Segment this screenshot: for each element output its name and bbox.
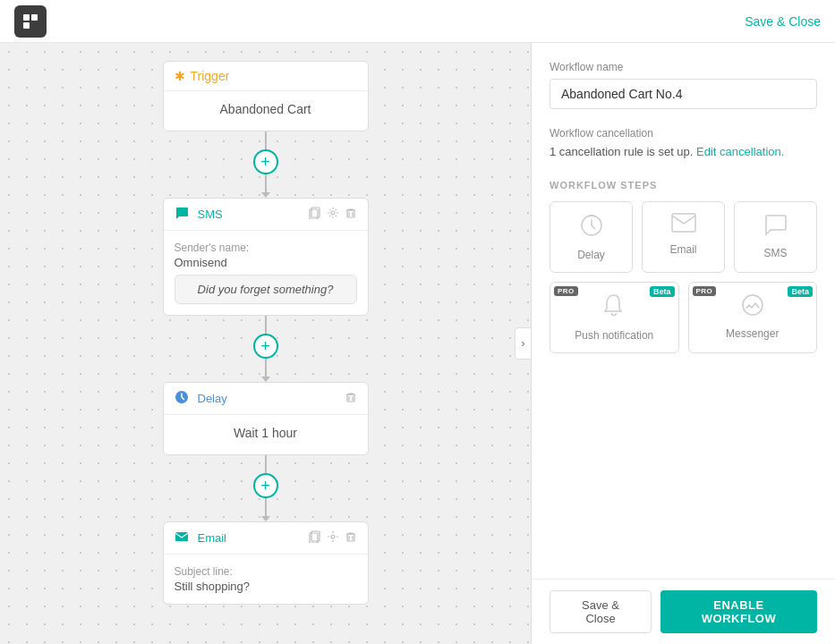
trigger-node-body: Abandoned Cart [164,91,368,131]
delay-node: Delay Wait 1 hour [163,382,369,455]
sms-header-label: SMS [198,208,223,221]
sms-node-body: Sender's name: Omnisend Did you forget s… [164,231,368,315]
workflow-steps-label: WORKFLOW STEPS [550,180,817,191]
cancellation-section: Workflow cancellation 1 cancellation rul… [550,127,817,158]
trigger-node: ✱ Trigger Abandoned Cart [163,61,369,131]
email-node: Email Subject line: [163,521,369,605]
edit-cancellation-link[interactable]: Edit cancellation. [696,145,784,158]
workflow-name-label: Workflow name [550,61,817,73]
sms-step-label: SMS [763,247,787,259]
enable-workflow-button[interactable]: ENABLE WORKFLOW [660,590,817,633]
messenger-beta-badge: Beta [788,286,813,297]
canvas-toggle-button[interactable]: › [515,327,531,360]
main-content: › ✱ Trigger Abandoned Cart + [0,43,835,644]
svg-rect-0 [23,14,30,21]
trigger-body-label: Abandoned Cart [175,102,357,116]
sms-settings-icon[interactable] [327,207,339,222]
delay-actions [345,391,357,406]
sms-step-icon [764,213,788,242]
delay-body-label: Wait 1 hour [175,426,357,440]
email-delete-icon[interactable] [345,530,357,546]
canvas-area: › ✱ Trigger Abandoned Cart + [0,43,531,644]
sms-node-header: SMS [164,199,368,231]
trigger-header-label: Trigger [191,69,230,83]
connector-line-3b [265,498,267,516]
sms-icon [175,206,189,223]
svg-point-5 [331,211,335,215]
push-beta-badge: Beta [650,286,675,297]
svg-rect-6 [347,210,354,217]
svg-point-16 [743,295,763,315]
sms-sender-value: Omnisend [175,256,357,269]
sms-sender-label: Sender's name: [175,242,357,254]
workflow-column: ✱ Trigger Abandoned Cart + [149,61,382,605]
sms-delete-icon[interactable] [345,207,357,222]
right-panel: Workflow name Workflow cancellation 1 ca… [531,43,835,644]
add-step-button-3[interactable]: + [253,473,278,498]
svg-rect-9 [175,532,188,541]
email-subject-label: Subject line: [175,565,357,578]
delay-delete-icon[interactable] [345,391,357,406]
email-settings-icon[interactable] [327,530,339,546]
connector-line-2 [265,316,267,334]
email-step-label: Email [669,243,696,256]
messenger-step-icon [741,293,764,322]
email-actions [309,530,357,546]
email-copy-icon[interactable] [309,530,321,546]
push-step-icon [603,293,625,324]
sms-node: SMS Sender's name: [163,198,369,316]
svg-rect-13 [347,534,354,541]
cancellation-text: 1 cancellation rule is set up. Edit canc… [550,145,817,158]
delay-icon [175,390,189,407]
connector-line-2b [265,359,267,377]
trigger-icon: ✱ [175,69,185,83]
svg-rect-2 [23,22,30,29]
push-pro-badge: PRO [554,286,578,296]
delay-node-body: Wait 1 hour [164,415,368,454]
workflow-name-input[interactable] [550,79,817,109]
trigger-node-header: ✱ Trigger [164,62,368,91]
add-step-button-1[interactable]: + [253,149,278,174]
messenger-step-label: Messenger [726,327,779,340]
svg-rect-1 [31,14,38,21]
step-card-email[interactable]: Email [642,201,725,273]
add-connector-2: + [253,316,278,382]
cancellation-rule-text: 1 cancellation rule is set up. [550,145,693,158]
email-step-icon [671,213,696,238]
email-node-body: Subject line: Still shopping? [164,555,368,604]
steps-grid-1: Delay Email [550,201,817,273]
push-step-label: Push notification [575,329,653,342]
logo [14,5,47,38]
email-subject-value: Still shopping? [175,580,357,593]
sms-message-bubble: Did you forget something? [175,275,357,304]
delay-step-label: Delay [577,249,605,261]
right-panel-content: Workflow name Workflow cancellation 1 ca… [532,43,835,579]
add-step-button-2[interactable]: + [253,334,278,359]
connector-line-3 [265,455,267,473]
bottom-bar: Save & Close ENABLE WORKFLOW [532,579,835,644]
topbar: Save & Close [0,0,835,43]
messenger-pro-badge: PRO [693,286,717,296]
svg-rect-8 [347,394,354,402]
svg-rect-15 [672,214,695,232]
add-connector-1: + [253,131,278,198]
step-card-delay[interactable]: Delay [550,201,633,273]
step-card-messenger[interactable]: PRO Beta Messenger [688,282,818,353]
delay-node-header: Delay [164,383,368,415]
connector-line-1b [265,174,267,192]
email-icon [175,530,189,547]
step-card-push[interactable]: PRO Beta Push notification [550,282,679,353]
steps-grid-2: PRO Beta Push notification PRO Beta [550,282,817,353]
save-close-button[interactable]: Save & Close [550,590,652,633]
delay-step-icon [579,213,604,243]
add-connector-3: + [253,455,278,521]
email-header-label: Email [198,531,227,545]
step-card-sms[interactable]: SMS [734,201,817,273]
delay-header-label: Delay [198,392,227,405]
cancellation-label: Workflow cancellation [550,127,817,140]
sms-copy-icon[interactable] [309,207,321,222]
svg-point-12 [331,535,335,538]
sms-actions [309,207,357,222]
save-close-top-button[interactable]: Save & Close [745,14,821,29]
connector-line-1 [265,131,267,149]
